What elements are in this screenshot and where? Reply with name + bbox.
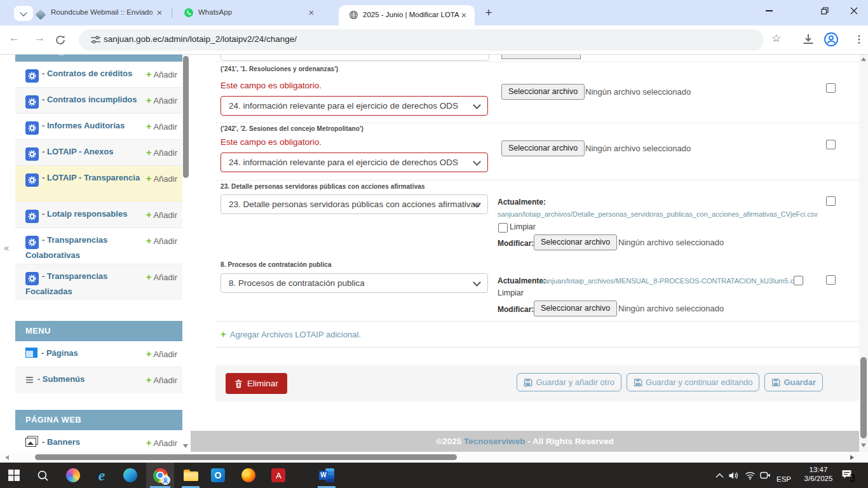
taskbar-acrobat-button[interactable] [271, 468, 286, 483]
window-minimize-button[interactable] [755, 0, 783, 22]
scroll-up-icon[interactable] [861, 57, 866, 61]
sidebar-collapse-arrow[interactable]: « [4, 242, 9, 253]
tab-title: WhatsApp [198, 8, 249, 16]
file-button-23[interactable]: Seleccionar archivo [534, 234, 617, 250]
hscrollbar-thumb[interactable] [35, 454, 457, 460]
add-link[interactable]: +Añadir [146, 147, 177, 158]
taskbar-copilot-button[interactable] [65, 468, 81, 483]
taskbar-explorer-button[interactable] [183, 468, 198, 483]
sidebar-item-transparencias-colaborativas[interactable]: - Transparencias Colaborativas [25, 235, 107, 260]
gear-icon [25, 147, 39, 161]
taskbar-chrome-button[interactable] [153, 468, 168, 483]
save-continue-button[interactable]: Guardar y continuar editando [627, 373, 759, 391]
download-icon[interactable] [802, 33, 815, 46]
sidebar-item-contratos-creditos[interactable]: - Contratos de créditos [25, 69, 132, 78]
tray-wifi-button[interactable] [742, 468, 757, 483]
sidebar-item-informes-auditorias[interactable]: - Informes Auditorías [25, 121, 125, 130]
url-text[interactable]: sanjuan.gob.ec/admin/lotaip_2/lotaipv2/2… [104, 34, 297, 44]
sidebar-item-transparencias-focalizadas[interactable]: - Transparencias Focalizadas [25, 271, 107, 296]
current-file-link[interactable]: sanjuan/lotaip_archivos/Detalle_personas… [498, 210, 818, 218]
tray-meetnow-button[interactable] [757, 468, 773, 483]
delete-button[interactable]: Eliminar [226, 373, 287, 394]
sidebar-scroll-down-icon[interactable] [183, 444, 188, 448]
chevron-down-icon [20, 9, 27, 16]
add-link[interactable]: +Añadir [146, 69, 177, 79]
delete-checkbox-242[interactable] [826, 140, 836, 149]
sidebar-item-lotaip-responsables[interactable]: - Lotaip responsables [25, 209, 127, 219]
close-tab-icon[interactable]: × [458, 10, 470, 21]
taskbar-firefox-button[interactable] [241, 468, 256, 483]
add-link[interactable]: +Añadir [146, 348, 177, 359]
taskbar-outlook-button[interactable]: O [210, 468, 226, 483]
sidebar-item-label: - Lotaip responsables [42, 209, 127, 219]
bookmark-star-icon[interactable]: ☆ [771, 32, 781, 45]
select-242[interactable]: 24. información relevante para el ejerci… [220, 152, 488, 172]
tune-icon[interactable] [90, 34, 101, 45]
sidebar-item-label: - LOTAIP - Transparencia [42, 173, 140, 182]
taskbar-word-button[interactable]: W [319, 468, 334, 483]
delete-checkbox-8[interactable] [826, 275, 836, 285]
sidebar-item-paginas[interactable]: - Páginas [25, 348, 78, 358]
window-maximize-button[interactable] [811, 0, 839, 22]
window-close-button[interactable] [840, 0, 868, 22]
footer-rights: - All Rights Reserved [527, 437, 613, 446]
back-button[interactable]: ← [9, 32, 20, 44]
sidebar-item-contratos-incumplidos[interactable]: - Contratos incumplidos [25, 95, 137, 104]
close-tab-icon[interactable]: × [154, 7, 165, 18]
clear-checkbox-23[interactable] [498, 223, 508, 233]
forward-button[interactable]: → [34, 32, 45, 44]
tab-search-button[interactable] [14, 6, 33, 21]
select-23-detalle[interactable]: 23. Detalle personas servidoras públicas… [220, 194, 488, 214]
speaker-icon [728, 471, 739, 480]
scroll-left-icon[interactable] [5, 455, 9, 460]
clear-checkbox-8[interactable] [794, 276, 803, 285]
file-button-241[interactable]: Seleccionar archivo [501, 84, 585, 100]
sidebar-scrollbar-thumb[interactable] [183, 56, 189, 178]
close-tab-icon[interactable]: × [306, 7, 317, 18]
scroll-right-icon[interactable] [850, 455, 854, 460]
select-8-procesos[interactable]: 8. Procesos de contratación publica [220, 273, 488, 293]
add-link[interactable]: +Añadir [146, 173, 177, 184]
browser-menu-icon[interactable]: ⋮ [854, 33, 864, 45]
save-add-button[interactable]: Guardar y añadir otro [517, 373, 621, 391]
tray-language[interactable]: ESP [776, 475, 791, 483]
internet-explorer-icon: e [98, 468, 105, 482]
tray-clock[interactable]: 13:47 3/6/2025 [799, 466, 837, 482]
select-241[interactable]: 24. información relevante para el ejerci… [220, 96, 488, 116]
add-link[interactable]: +Añadir [146, 121, 177, 132]
taskbar-ie-button[interactable]: e [94, 468, 109, 483]
add-link[interactable]: +Añadir [146, 209, 177, 220]
page-scrollbar-thumb[interactable] [860, 357, 867, 438]
tray-date: 3/6/2025 [799, 475, 837, 482]
add-link[interactable]: +Añadir [146, 95, 177, 105]
add-link[interactable]: +Añadir [146, 437, 177, 448]
profile-avatar[interactable] [824, 32, 838, 46]
acrobat-icon [271, 468, 285, 482]
file-button-8[interactable]: Seleccionar archivo [534, 301, 617, 316]
taskbar-edge-button[interactable] [123, 468, 138, 483]
scroll-down-icon[interactable] [861, 444, 866, 447]
sidebar-item-lotaip-transparencia[interactable]: - LOTAIP - Transparencia [25, 173, 140, 182]
add-link[interactable]: +Añadir [146, 374, 177, 385]
new-tab-button[interactable]: + [481, 5, 496, 20]
delete-checkbox-23[interactable] [826, 196, 836, 206]
current-file-link[interactable]: sanjuan/lotaip_archivos/MENSUAL_8-PROCES… [541, 277, 801, 285]
reload-button[interactable] [55, 34, 66, 46]
add-link[interactable]: +Añadir [146, 271, 177, 282]
add-link[interactable]: +Añadir [146, 235, 177, 246]
tray-volume-button[interactable] [726, 468, 741, 483]
sidebar-item-lotaip-anexos[interactable]: - LOTAIP - Anexos [25, 147, 113, 156]
sidebar-item-submenus[interactable]: ≡- Submenús [25, 374, 85, 384]
taskbar-search-button[interactable] [35, 468, 50, 483]
save-button[interactable]: Guardar [764, 373, 823, 391]
footer-brand-link[interactable]: Tecnoserviweb [464, 437, 526, 446]
file-button-242[interactable]: Seleccionar archivo [501, 140, 585, 156]
tray-expand-button[interactable] [712, 468, 727, 483]
sidebar-item-banners[interactable]: - Banners [25, 437, 80, 447]
tab-active-lotaip[interactable]: 2025 - Junio | Modificar LOTAIP × [339, 5, 475, 25]
add-lotaip-file-link[interactable]: +Agregar Archivos LOTAIP adicional. [220, 329, 361, 340]
start-button[interactable] [6, 468, 22, 483]
delete-checkbox-241[interactable] [826, 83, 836, 93]
tray-notification-button[interactable]: 3 [841, 469, 853, 482]
search-icon [37, 470, 49, 482]
